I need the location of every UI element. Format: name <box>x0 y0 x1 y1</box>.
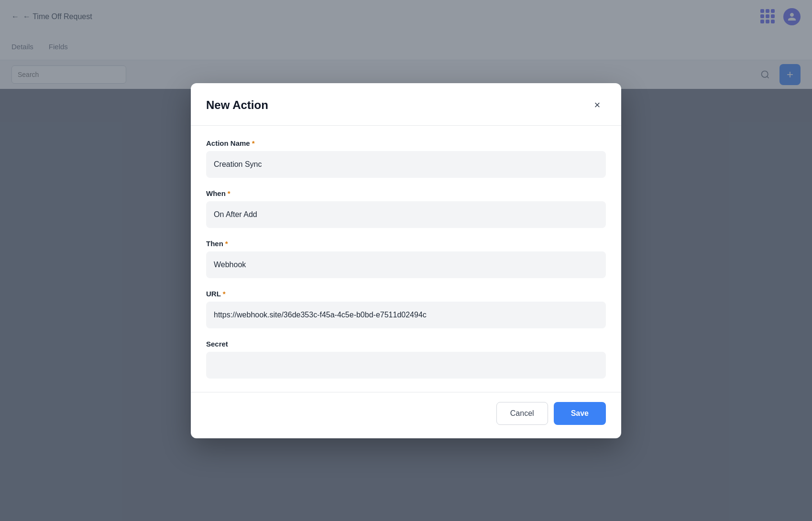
input-when[interactable] <box>206 201 606 228</box>
input-secret[interactable] <box>206 352 606 379</box>
form-group-action-name: Action Name * <box>206 139 606 178</box>
modal-header: New Action × <box>191 83 621 126</box>
required-star-url: * <box>223 290 226 298</box>
modal-title: New Action <box>206 98 268 112</box>
label-action-name: Action Name * <box>206 139 606 147</box>
input-url[interactable] <box>206 302 606 328</box>
input-action-name[interactable] <box>206 151 606 178</box>
modal-body: Action Name * When * Then * <box>191 126 621 392</box>
modal-footer: Cancel Save <box>191 392 621 438</box>
modal-overlay: New Action × Action Name * When * <box>0 0 812 521</box>
close-button[interactable]: × <box>589 97 606 114</box>
save-button[interactable]: Save <box>554 402 606 425</box>
form-group-then: Then * <box>206 239 606 278</box>
close-icon: × <box>594 99 601 111</box>
label-url: URL * <box>206 290 606 298</box>
input-then[interactable] <box>206 251 606 278</box>
required-star-action-name: * <box>252 139 255 147</box>
form-group-secret: Secret <box>206 340 606 379</box>
label-when: When * <box>206 189 606 197</box>
label-secret: Secret <box>206 340 606 348</box>
required-star-when: * <box>228 189 230 197</box>
form-group-url: URL * <box>206 290 606 328</box>
form-group-when: When * <box>206 189 606 228</box>
modal-dialog: New Action × Action Name * When * <box>191 83 621 438</box>
label-then: Then * <box>206 239 606 248</box>
cancel-button[interactable]: Cancel <box>496 402 548 425</box>
required-star-then: * <box>225 239 228 248</box>
